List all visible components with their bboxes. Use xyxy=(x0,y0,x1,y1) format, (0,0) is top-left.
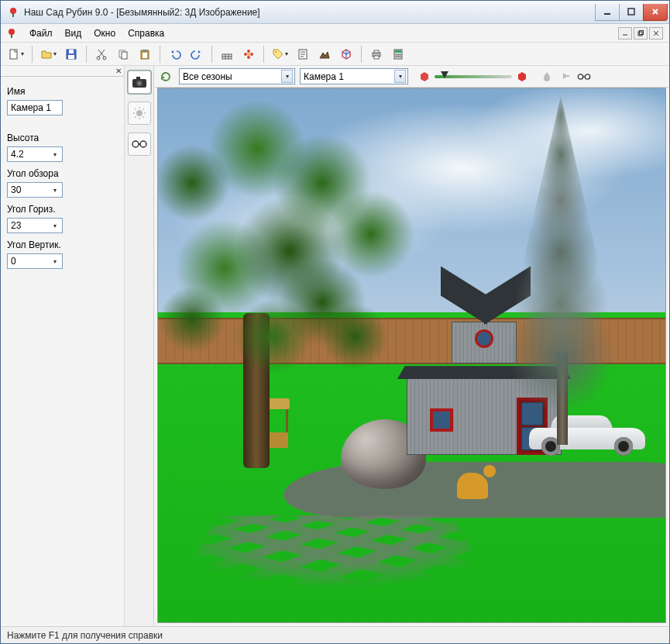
svg-rect-16 xyxy=(143,50,147,52)
menu-help[interactable]: Справка xyxy=(122,26,170,41)
close-button[interactable] xyxy=(643,4,668,21)
quality-low-icon xyxy=(417,70,431,84)
app-icon-small xyxy=(5,27,18,40)
copy-button[interactable] xyxy=(114,45,132,64)
shape3d-button[interactable] xyxy=(337,45,356,64)
tab-camera[interactable] xyxy=(128,71,151,94)
minimize-button[interactable] xyxy=(595,4,620,21)
separator xyxy=(361,46,362,63)
chevron-down-icon: ▾ xyxy=(50,255,60,267)
deciduous-tree xyxy=(157,88,421,499)
mdi-minimize-button[interactable] xyxy=(618,27,632,40)
chevron-down-icon: ▾ xyxy=(50,219,60,232)
dog xyxy=(457,473,488,499)
redo-button[interactable] xyxy=(187,45,206,64)
new-button[interactable]: ▾ xyxy=(5,45,26,64)
name-label: Имя xyxy=(7,86,118,97)
content-area: ✕ Имя Высота 4.2▾ Угол обзора 30▾ Угол Г… xyxy=(1,66,669,626)
app-window: Наш Сад Рубин 9.0 - [Безымянный2: 3Д Изо… xyxy=(0,0,670,644)
svg-rect-2 xyxy=(628,9,634,15)
camera-combo[interactable]: Камера 1 ▾ xyxy=(300,68,408,84)
svg-rect-28 xyxy=(374,56,379,59)
fov-value: 30 xyxy=(11,184,21,195)
height-label: Высота xyxy=(7,133,118,143)
svg-point-43 xyxy=(140,141,146,147)
horiz-label: Угол Гориз. xyxy=(7,204,118,215)
svg-point-39 xyxy=(138,82,141,85)
separator xyxy=(211,46,212,63)
svg-rect-44 xyxy=(567,75,569,77)
quality-slider[interactable] xyxy=(417,70,529,84)
svg-point-33 xyxy=(400,53,401,55)
svg-point-23 xyxy=(244,53,247,56)
svg-rect-14 xyxy=(122,52,127,59)
side-tabs xyxy=(124,66,153,626)
menu-window[interactable]: Окно xyxy=(88,26,121,41)
vert-value: 0 xyxy=(11,256,16,267)
slider-thumb[interactable] xyxy=(441,71,448,78)
window-title: Наш Сад Рубин 9.0 - [Безымянный2: 3Д Изо… xyxy=(24,7,591,18)
svg-rect-27 xyxy=(374,50,379,53)
svg-rect-17 xyxy=(143,53,147,58)
svg-point-34 xyxy=(396,56,397,57)
glasses-small-icon[interactable] xyxy=(577,70,591,84)
menu-view[interactable]: Вид xyxy=(60,26,88,41)
maximize-button[interactable] xyxy=(619,4,644,21)
cut-button[interactable] xyxy=(92,45,111,64)
titlebar: Наш Сад Рубин 9.0 - [Безымянный2: 3Д Изо… xyxy=(1,1,669,24)
fov-combo[interactable]: 30▾ xyxy=(7,182,63,198)
open-button[interactable]: ▾ xyxy=(38,45,59,64)
panel-close-button[interactable]: ✕ xyxy=(1,66,124,77)
paste-button[interactable] xyxy=(136,45,154,64)
glasses-icon xyxy=(132,139,147,149)
vert-combo[interactable]: 0▾ xyxy=(7,253,63,269)
height-combo[interactable]: 4.2▾ xyxy=(7,146,63,162)
tab-view-mode[interactable] xyxy=(128,133,151,156)
light-icon[interactable] xyxy=(558,70,572,84)
svg-point-0 xyxy=(10,8,16,14)
slider-track[interactable] xyxy=(435,75,512,78)
svg-point-45 xyxy=(578,74,582,78)
separator xyxy=(263,46,264,63)
chevron-down-icon: ▾ xyxy=(285,50,288,57)
mdi-restore-button[interactable] xyxy=(634,27,648,40)
svg-point-21 xyxy=(250,53,253,56)
separator xyxy=(32,46,33,63)
flower-button[interactable] xyxy=(239,45,258,64)
chevron-down-icon: ▾ xyxy=(53,50,57,57)
tag-button[interactable]: ▾ xyxy=(270,45,290,64)
note-button[interactable] xyxy=(294,45,312,64)
chevron-down-icon: ▾ xyxy=(50,184,60,196)
vert-label: Угол Вертик. xyxy=(7,239,118,250)
name-input[interactable] xyxy=(7,100,63,115)
svg-point-19 xyxy=(247,53,250,56)
refresh-button[interactable] xyxy=(157,68,174,85)
calculator-button[interactable] xyxy=(389,45,407,64)
menubar: Файл Вид Окно Справка xyxy=(1,24,669,43)
season-combo[interactable]: Все сезоны ▾ xyxy=(179,68,295,84)
svg-point-3 xyxy=(9,29,15,35)
properties-panel: Имя Высота 4.2▾ Угол обзора 30▾ Угол Гор… xyxy=(1,77,124,626)
save-button[interactable] xyxy=(62,45,81,64)
horiz-combo[interactable]: 23▾ xyxy=(7,218,63,233)
svg-point-41 xyxy=(136,110,143,116)
sun-icon xyxy=(132,106,146,120)
3d-viewport[interactable] xyxy=(157,88,666,623)
viewport-container xyxy=(154,88,669,626)
side-panel: ✕ Имя Высота 4.2▾ Угол обзора 30▾ Угол Г… xyxy=(1,66,154,626)
mdi-close-button[interactable] xyxy=(649,27,663,40)
svg-rect-5 xyxy=(638,32,642,36)
status-text: Нажмите F1 для получения справки xyxy=(7,630,163,641)
undo-button[interactable] xyxy=(166,45,184,64)
print-button[interactable] xyxy=(367,45,386,64)
tab-sun[interactable] xyxy=(128,102,151,125)
terrain-button[interactable] xyxy=(315,45,334,64)
svg-rect-4 xyxy=(11,34,12,38)
svg-point-20 xyxy=(247,50,250,53)
menu-file[interactable]: Файл xyxy=(24,26,58,41)
grid-button[interactable] xyxy=(218,45,236,64)
svg-point-42 xyxy=(132,141,139,147)
statusbar: Нажмите F1 для получения справки xyxy=(1,626,669,643)
svg-point-22 xyxy=(247,56,250,59)
droplet-icon[interactable] xyxy=(540,70,554,84)
